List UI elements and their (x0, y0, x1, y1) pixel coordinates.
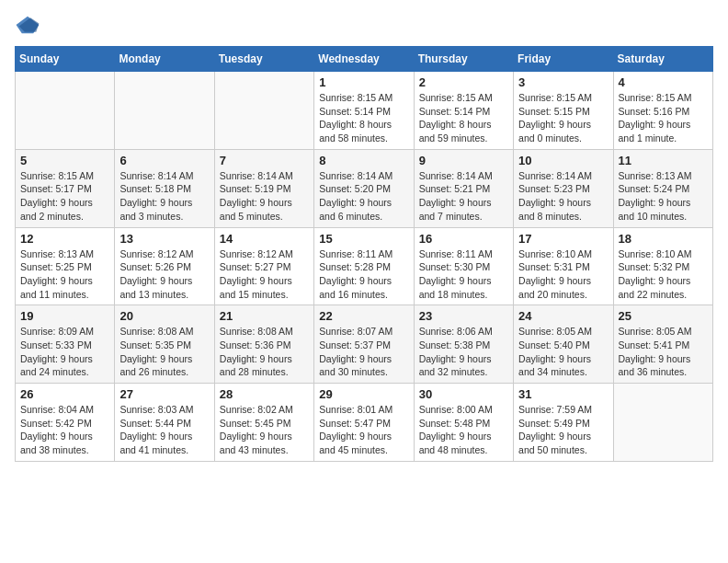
day-number: 2 (419, 75, 508, 89)
day-number: 21 (220, 309, 309, 323)
cell-info: Sunrise: 8:07 AMSunset: 5:37 PMDaylight:… (319, 325, 408, 379)
sunrise: Sunrise: 8:07 AM (319, 326, 392, 337)
sunset: Sunset: 5:30 PM (419, 261, 491, 272)
sunset: Sunset: 5:35 PM (119, 339, 191, 350)
calendar-cell: 11Sunrise: 8:13 AMSunset: 5:24 PMDayligh… (613, 149, 712, 227)
day-number: 27 (119, 387, 209, 401)
sunrise: Sunrise: 8:14 AM (319, 170, 392, 181)
sunrise: Sunrise: 8:15 AM (518, 92, 592, 103)
calendar-cell: 17Sunrise: 8:10 AMSunset: 5:31 PMDayligh… (514, 227, 613, 305)
sunrise: Sunrise: 8:11 AM (319, 248, 392, 259)
calendar-cell: 15Sunrise: 8:11 AMSunset: 5:28 PMDayligh… (314, 227, 414, 305)
sunrise: Sunrise: 8:00 AM (419, 404, 493, 415)
calendar-cell: 21Sunrise: 8:08 AMSunset: 5:36 PMDayligh… (214, 305, 313, 384)
cell-info: Sunrise: 8:14 AMSunset: 5:23 PMDaylight:… (518, 169, 608, 224)
day-number: 4 (619, 75, 708, 89)
day-number: 19 (20, 309, 109, 323)
page-header (15, 15, 713, 35)
cell-info: Sunrise: 8:11 AMSunset: 5:28 PMDaylight:… (319, 247, 408, 302)
cell-info: Sunrise: 8:08 AMSunset: 5:36 PMDaylight:… (220, 325, 309, 379)
day-number: 31 (518, 387, 608, 401)
daylight: Daylight: 9 hours and 3 minutes. (119, 197, 192, 222)
sunrise: Sunrise: 8:02 AM (220, 404, 293, 415)
sunset: Sunset: 5:14 PM (419, 106, 491, 117)
daylight: Daylight: 9 hours and 28 minutes. (220, 353, 292, 378)
calendar-cell: 8Sunrise: 8:14 AMSunset: 5:20 PMDaylight… (314, 149, 414, 227)
cell-info: Sunrise: 8:05 AMSunset: 5:40 PMDaylight:… (518, 325, 608, 379)
cell-info: Sunrise: 8:06 AMSunset: 5:38 PMDaylight:… (419, 325, 508, 379)
daylight: Daylight: 9 hours and 34 minutes. (518, 353, 591, 378)
cell-info: Sunrise: 8:00 AMSunset: 5:48 PMDaylight:… (419, 403, 508, 457)
sunrise: Sunrise: 8:15 AM (619, 92, 692, 103)
calendar-cell: 25Sunrise: 8:05 AMSunset: 5:41 PMDayligh… (613, 305, 712, 384)
daylight: Daylight: 9 hours and 32 minutes. (419, 353, 492, 378)
daylight: Daylight: 9 hours and 7 minutes. (419, 197, 492, 222)
calendar-cell: 27Sunrise: 8:03 AMSunset: 5:44 PMDayligh… (115, 384, 214, 462)
cell-info: Sunrise: 8:15 AMSunset: 5:14 PMDaylight:… (419, 91, 508, 145)
sunset: Sunset: 5:38 PM (419, 339, 491, 350)
sunrise: Sunrise: 8:14 AM (220, 170, 293, 181)
daylight: Daylight: 9 hours and 36 minutes. (619, 353, 691, 378)
sunset: Sunset: 5:37 PM (319, 339, 391, 350)
sunrise: Sunrise: 8:10 AM (619, 248, 692, 259)
calendar-cell: 29Sunrise: 8:01 AMSunset: 5:47 PMDayligh… (314, 384, 414, 462)
day-number: 15 (319, 232, 408, 246)
calendar-cell: 26Sunrise: 8:04 AMSunset: 5:42 PMDayligh… (16, 384, 115, 462)
day-number: 5 (20, 154, 109, 167)
sunset: Sunset: 5:21 PM (419, 183, 491, 194)
sunrise: Sunrise: 7:59 AM (518, 404, 592, 415)
sunrise: Sunrise: 8:14 AM (518, 170, 592, 181)
sunrise: Sunrise: 8:05 AM (518, 326, 592, 337)
day-number: 7 (220, 154, 309, 167)
cell-info: Sunrise: 8:11 AMSunset: 5:30 PMDaylight:… (419, 247, 508, 302)
sunset: Sunset: 5:44 PM (119, 418, 191, 429)
cell-info: Sunrise: 8:08 AMSunset: 5:35 PMDaylight:… (119, 325, 209, 379)
daylight: Daylight: 9 hours and 43 minutes. (220, 431, 292, 455)
cell-info: Sunrise: 8:02 AMSunset: 5:45 PMDaylight:… (220, 403, 309, 457)
cell-info: Sunrise: 8:04 AMSunset: 5:42 PMDaylight:… (20, 403, 109, 457)
day-number: 11 (619, 154, 708, 167)
daylight: Daylight: 9 hours and 1 minute. (619, 119, 691, 144)
daylight: Daylight: 9 hours and 38 minutes. (20, 431, 93, 455)
day-number: 17 (518, 232, 608, 246)
daylight: Daylight: 9 hours and 13 minutes. (119, 275, 192, 300)
sunset: Sunset: 5:36 PM (220, 339, 291, 350)
calendar-cell: 22Sunrise: 8:07 AMSunset: 5:37 PMDayligh… (314, 305, 414, 384)
sunset: Sunset: 5:23 PM (518, 183, 590, 194)
calendar-cell (613, 384, 712, 462)
header-friday: Friday (514, 47, 613, 72)
day-number: 26 (20, 387, 109, 401)
sunset: Sunset: 5:26 PM (119, 261, 191, 272)
cell-info: Sunrise: 8:15 AMSunset: 5:17 PMDaylight:… (20, 169, 109, 224)
calendar-cell: 7Sunrise: 8:14 AMSunset: 5:19 PMDaylight… (214, 149, 313, 227)
day-number: 25 (619, 309, 708, 323)
daylight: Daylight: 9 hours and 16 minutes. (319, 275, 392, 300)
cell-info: Sunrise: 8:14 AMSunset: 5:20 PMDaylight:… (319, 169, 408, 224)
cell-info: Sunrise: 8:15 AMSunset: 5:16 PMDaylight:… (619, 91, 708, 145)
sunrise: Sunrise: 8:13 AM (619, 170, 692, 181)
daylight: Daylight: 9 hours and 30 minutes. (319, 353, 392, 378)
sunrise: Sunrise: 8:12 AM (220, 248, 293, 259)
cell-info: Sunrise: 8:10 AMSunset: 5:32 PMDaylight:… (619, 247, 708, 302)
sunset: Sunset: 5:18 PM (119, 183, 191, 194)
cell-info: Sunrise: 8:01 AMSunset: 5:47 PMDaylight:… (319, 403, 408, 457)
sunset: Sunset: 5:40 PM (518, 339, 590, 350)
calendar-cell: 19Sunrise: 8:09 AMSunset: 5:33 PMDayligh… (16, 305, 115, 384)
day-number: 16 (419, 232, 508, 246)
day-number: 8 (319, 154, 408, 167)
sunset: Sunset: 5:31 PM (518, 261, 590, 272)
calendar-cell: 13Sunrise: 8:12 AMSunset: 5:26 PMDayligh… (115, 227, 214, 305)
daylight: Daylight: 9 hours and 0 minutes. (518, 119, 591, 144)
week-row-2: 5Sunrise: 8:15 AMSunset: 5:17 PMDaylight… (16, 149, 713, 227)
cell-info: Sunrise: 8:03 AMSunset: 5:44 PMDaylight:… (119, 403, 209, 457)
header-tuesday: Tuesday (214, 47, 313, 72)
calendar-cell: 28Sunrise: 8:02 AMSunset: 5:45 PMDayligh… (214, 384, 313, 462)
cell-info: Sunrise: 8:14 AMSunset: 5:21 PMDaylight:… (419, 169, 508, 224)
calendar-cell: 6Sunrise: 8:14 AMSunset: 5:18 PMDaylight… (115, 149, 214, 227)
cell-info: Sunrise: 8:09 AMSunset: 5:33 PMDaylight:… (20, 325, 109, 379)
week-row-1: 1Sunrise: 8:15 AMSunset: 5:14 PMDaylight… (16, 72, 713, 150)
sunset: Sunset: 5:47 PM (319, 418, 391, 429)
day-number: 12 (20, 232, 109, 246)
calendar-cell: 5Sunrise: 8:15 AMSunset: 5:17 PMDaylight… (16, 149, 115, 227)
sunset: Sunset: 5:41 PM (619, 339, 690, 350)
